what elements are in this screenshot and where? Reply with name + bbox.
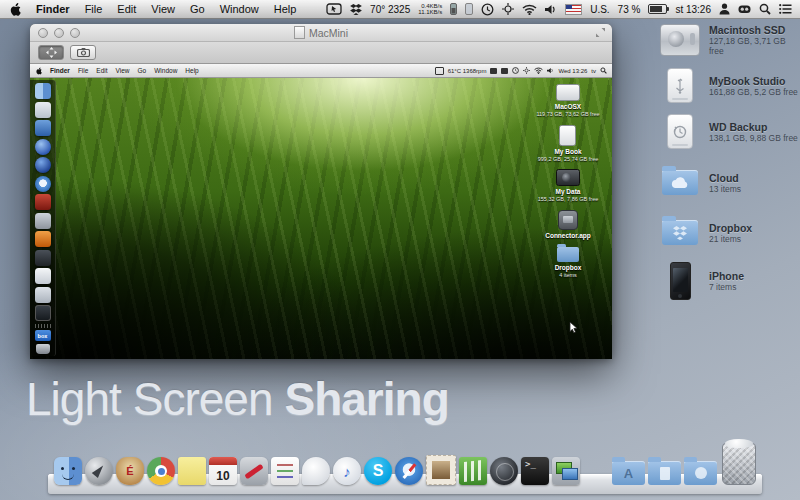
menu-file[interactable]: File [85,3,103,15]
wifi-icon[interactable] [522,2,537,16]
dock-stickies-icon[interactable] [178,457,206,485]
remote-dock-itunes-icon[interactable] [35,139,51,155]
remote-dock-safari-icon[interactable] [35,176,51,192]
remote-dock-finder-icon[interactable] [35,83,51,99]
menu-finder[interactable]: Finder [36,3,70,15]
remote-crosshair-icon[interactable] [523,67,530,74]
dock-skype-icon[interactable]: S [364,457,392,485]
remote-screens-icon[interactable] [501,68,508,74]
dropbox-status-icon[interactable] [350,2,362,16]
screen-sharing-window[interactable]: MacMini Finder File [30,24,612,358]
temp-fan-status[interactable]: 70° 2325 [370,4,410,15]
dock-user-folder-icon[interactable] [684,461,717,485]
remote-icon-my-data[interactable]: My Data 155,32 GB, 7,86 GB free [538,169,599,203]
fullscreen-icon[interactable] [595,27,606,38]
dock-messages-icon[interactable] [302,457,330,485]
remote-icon-macosx[interactable]: MacOSX 119,73 GB, 73,62 GB free [536,84,599,118]
dock-applications-folder-icon[interactable]: A [612,461,645,485]
menu-view[interactable]: View [151,3,175,15]
remote-display-icon[interactable] [435,67,444,75]
remote-clock-icon[interactable] [512,67,519,74]
dock-finder-icon[interactable] [54,457,82,485]
desktop-icon-iphone[interactable]: iPhone 7 items [660,262,798,300]
remote-menu-file[interactable]: File [78,67,88,74]
remote-spotlight-icon[interactable] [600,67,607,74]
fit-screen-button[interactable] [38,45,64,60]
dock-calendar-icon[interactable]: 10 [209,457,237,485]
remote-dock-remote-icon[interactable] [35,268,51,284]
remote-menu-help[interactable]: Help [185,67,198,74]
user-icon[interactable] [719,2,730,16]
remote-dock-trash-icon[interactable] [36,344,50,354]
battery-icon[interactable] [648,2,667,16]
keyboard-layout-flag-icon[interactable] [565,2,582,16]
keyboard-layout-label[interactable]: U.S. [590,4,609,15]
desktop-icon-wd-backup[interactable]: WD Backup 138,1 GB, 9,88 GB free [660,114,798,149]
location-crosshair-icon[interactable] [502,2,514,16]
dock-launchpad-icon[interactable] [85,457,113,485]
remote-icon-dropbox[interactable]: Dropbox 4 items [555,247,582,279]
network-speed-status[interactable]: 0.4KB/s 11.1KB/s [418,3,442,15]
menu-extra-icon[interactable] [738,2,751,16]
remote-temp-fan-status[interactable]: 61°C 1368rpm [448,68,487,74]
dock-library-icon[interactable] [459,457,487,485]
ipad-battery-icon[interactable] [465,2,473,16]
desktop-icon-cloud[interactable]: Cloud 13 items [660,170,798,195]
remote-icon-my-book[interactable]: My Book 999,2 GB, 25,74 GB free [538,125,599,163]
dock-safari-icon[interactable] [395,457,423,485]
window-title-bar[interactable]: MacMini [30,24,612,42]
dock-terminal-icon[interactable]: >_ [521,457,549,485]
remote-dock-front-row-icon[interactable] [35,194,51,210]
remote-dock-device-icon[interactable] [35,287,51,303]
spotlight-icon[interactable] [759,2,771,16]
dock-reminders-icon[interactable] [271,457,299,485]
remote-menu-go[interactable]: Go [138,67,147,74]
time-machine-icon[interactable] [481,2,494,16]
desktop-icon-mybook-studio[interactable]: MyBook Studio 161,88 GB, 5,2 GB free [660,68,798,103]
remote-clock-status[interactable]: Wed 13:26 [558,68,587,74]
remote-dock-share-icon[interactable] [35,120,51,136]
remote-menu-finder[interactable]: Finder [50,67,70,74]
dock-screen-sharing-icon[interactable] [552,457,580,485]
dock-chrome-icon[interactable] [147,457,175,485]
dock-itunes-icon[interactable]: ♪ [333,457,361,485]
remote-icon-connector-app[interactable]: Connector.app [545,210,591,240]
remote-dock-network-icon[interactable] [35,157,51,173]
remote-monitor-icon[interactable] [490,68,497,74]
remote-volume-icon[interactable] [547,67,554,74]
dock-coffee-app-icon[interactable]: É [116,457,144,485]
battery-percentage[interactable]: 73 % [618,4,641,15]
remote-dock-photos-icon[interactable] [35,250,51,266]
desktop-icon-macintosh-ssd[interactable]: Macintosh SSD 127,18 GB, 3,71 GB free [660,24,798,56]
dock-documents-folder-icon[interactable] [648,461,681,485]
remote-dock-vlc-icon[interactable] [35,231,51,247]
screenshot-button[interactable] [70,45,96,60]
dock-cleaner-tool-icon[interactable] [240,457,268,485]
remote-dock-utilities-icon[interactable] [35,213,51,229]
apple-icon[interactable] [10,2,21,16]
screen-sharing-cursor-icon[interactable] [326,2,342,16]
remote-dock-activity-monitor-icon[interactable] [35,305,51,321]
menu-help[interactable]: Help [274,3,297,15]
menu-window[interactable]: Window [220,3,259,15]
remote-screen[interactable]: Finder File Edit View Go Window Help 61°… [30,64,612,359]
menu-go[interactable]: Go [190,3,205,15]
window-proxy-icon[interactable] [294,26,305,39]
remote-apple-icon[interactable] [36,67,42,75]
remote-menu-edit[interactable]: Edit [96,67,107,74]
iphone-battery-icon[interactable] [450,2,457,16]
menu-edit[interactable]: Edit [117,3,136,15]
remote-dock-preview-icon[interactable] [35,102,51,118]
remote-desktop-wallpaper[interactable]: box MacOSX 119,73 GB, 73,62 GB free My B… [30,78,612,359]
remote-menu-view[interactable]: View [116,67,130,74]
desktop-icon-dropbox[interactable]: Dropbox 21 items [660,220,798,245]
dock-trash-icon[interactable] [722,443,756,485]
remote-dock-box-icon[interactable]: box [35,330,51,341]
volume-icon[interactable] [545,2,557,16]
dock-mail-icon[interactable] [426,455,456,485]
clock-status[interactable]: st 13:26 [675,4,711,15]
remote-wifi-icon[interactable] [534,67,543,74]
dock-network-utility-icon[interactable] [490,457,518,485]
remote-menu-window[interactable]: Window [154,67,177,74]
notification-center-icon[interactable] [779,2,792,16]
